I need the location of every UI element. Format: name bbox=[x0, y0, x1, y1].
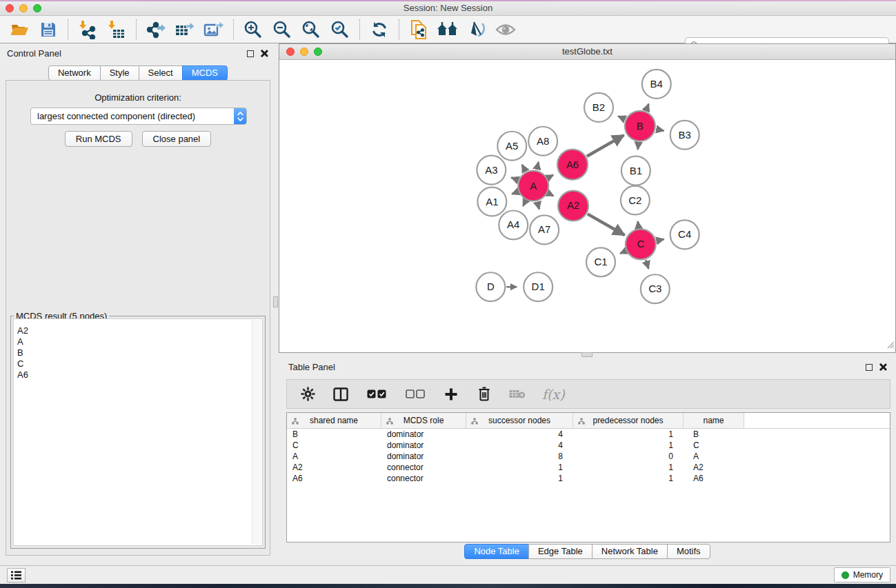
tab-network[interactable]: Network bbox=[48, 65, 101, 81]
column-header-name[interactable]: name bbox=[684, 413, 744, 428]
import-network-icon[interactable] bbox=[77, 19, 99, 40]
tab-node-table[interactable]: Node Table bbox=[464, 544, 529, 559]
zoom-view-button[interactable] bbox=[314, 48, 322, 56]
graph-node-A8[interactable]: A8 bbox=[528, 127, 557, 156]
zoom-window-button[interactable] bbox=[33, 4, 41, 12]
graph-edge-A-A8[interactable] bbox=[537, 162, 538, 170]
scrollbar-track[interactable] bbox=[252, 320, 261, 545]
graph-node-B1[interactable]: B1 bbox=[621, 156, 650, 185]
select-all-checkboxes-icon[interactable] bbox=[366, 386, 388, 403]
graph-node-B4[interactable]: B4 bbox=[642, 70, 671, 99]
graph-node-A7[interactable]: A7 bbox=[530, 215, 559, 244]
tab-network-table[interactable]: Network Table bbox=[592, 544, 668, 559]
graph-edge-C-C3[interactable] bbox=[646, 260, 648, 269]
table-row[interactable]: Bdominator41B bbox=[287, 429, 890, 440]
graph-edge-A6-B[interactable] bbox=[587, 135, 624, 156]
close-panel-icon[interactable] bbox=[879, 363, 886, 371]
table-row[interactable]: Cdominator41C bbox=[287, 440, 890, 451]
tab-select[interactable]: Select bbox=[139, 65, 183, 81]
tab-edge-table[interactable]: Edge Table bbox=[528, 544, 593, 559]
graph-edge-B-B3[interactable] bbox=[656, 129, 664, 130]
zoom-fit-icon[interactable] bbox=[300, 19, 322, 40]
minimize-view-button[interactable] bbox=[300, 48, 308, 56]
criterion-dropdown[interactable]: largest connected component (directed) bbox=[30, 108, 247, 125]
graph-node-C1[interactable]: C1 bbox=[586, 247, 615, 276]
column-header-MCDS-role[interactable]: MCDS role bbox=[381, 413, 466, 428]
task-history-button[interactable] bbox=[7, 568, 26, 582]
table-row[interactable]: A6connector11A6 bbox=[287, 473, 890, 484]
graph-node-A[interactable]: A bbox=[518, 171, 548, 201]
zoom-selected-icon[interactable] bbox=[329, 19, 351, 40]
settings-gear-icon[interactable] bbox=[299, 386, 316, 403]
graph-edge-C-C1[interactable] bbox=[620, 251, 626, 253]
graph-node-D[interactable]: D bbox=[476, 272, 505, 301]
tab-mcds[interactable]: MCDS bbox=[182, 65, 228, 81]
graph-edge-A2-C[interactable] bbox=[588, 214, 625, 235]
vertical-splitter-handle[interactable] bbox=[273, 296, 278, 307]
table-row[interactable]: A2connector11A2 bbox=[287, 462, 890, 473]
close-panel-icon[interactable] bbox=[260, 50, 268, 57]
graph-edge-A-A1[interactable] bbox=[512, 192, 518, 194]
network-from-clipboard-icon[interactable] bbox=[408, 19, 430, 40]
close-panel-button[interactable]: Close panel bbox=[142, 131, 212, 147]
column-header-successor-nodes[interactable]: successor nodes bbox=[466, 413, 573, 428]
graph-edge-C-C4[interactable] bbox=[657, 239, 664, 241]
list-item[interactable]: A bbox=[14, 336, 262, 347]
column-header-predecessor-nodes[interactable]: predecessor nodes bbox=[573, 413, 684, 428]
graph-edge-A-A7[interactable] bbox=[537, 202, 539, 210]
open-file-icon[interactable] bbox=[8, 19, 30, 40]
horizontal-splitter-handle[interactable] bbox=[581, 352, 593, 357]
graph-node-C2[interactable]: C2 bbox=[621, 186, 650, 215]
graph-node-B3[interactable]: B3 bbox=[670, 121, 699, 150]
graph-node-D1[interactable]: D1 bbox=[524, 272, 552, 301]
list-item[interactable]: A2 bbox=[14, 325, 262, 336]
graph-node-A3[interactable]: A3 bbox=[477, 156, 506, 185]
graph-node-A4[interactable]: A4 bbox=[499, 210, 528, 239]
graph-node-A1[interactable]: A1 bbox=[477, 187, 506, 216]
graph-edge-B-B1[interactable] bbox=[638, 143, 639, 150]
deselect-all-checkboxes-icon[interactable] bbox=[404, 386, 426, 403]
graph-node-C3[interactable]: C3 bbox=[641, 274, 670, 303]
export-network-icon[interactable] bbox=[145, 19, 167, 40]
column-header-shared-name[interactable]: shared name bbox=[287, 413, 381, 428]
graph-edge-A-A6[interactable] bbox=[548, 175, 553, 178]
run-mcds-button[interactable]: Run MCDS bbox=[65, 131, 132, 147]
graph-node-C[interactable]: C bbox=[626, 229, 656, 259]
tab-style[interactable]: Style bbox=[100, 65, 139, 81]
graph-edge-A-A4[interactable] bbox=[523, 201, 526, 206]
annotation-pen-icon[interactable] bbox=[466, 19, 488, 40]
graph-node-B2[interactable]: B2 bbox=[584, 93, 613, 122]
graph-node-A5[interactable]: A5 bbox=[497, 132, 526, 161]
minimize-window-button[interactable] bbox=[19, 4, 28, 12]
zoom-in-icon[interactable] bbox=[242, 19, 264, 40]
tab-motifs[interactable]: Motifs bbox=[667, 544, 710, 559]
graph-node-A6[interactable]: A6 bbox=[557, 150, 588, 180]
graph-edge-B-B2[interactable] bbox=[618, 116, 625, 119]
graph-edge-A-A2[interactable] bbox=[548, 193, 554, 196]
zoom-out-icon[interactable] bbox=[271, 19, 293, 40]
graph-node-A2[interactable]: A2 bbox=[558, 191, 588, 221]
list-item[interactable]: A6 bbox=[14, 369, 262, 381]
window-resize-grip[interactable] bbox=[885, 339, 895, 352]
toggle-columns-icon[interactable] bbox=[332, 386, 349, 403]
network-canvas[interactable]: B4B2BB3A5A8A6B1A3AA1C2A2A4A7C4CC1C3DD1 bbox=[279, 60, 895, 352]
graph-edge-B-B4[interactable] bbox=[646, 104, 649, 111]
graph-node-C4[interactable]: C4 bbox=[670, 220, 699, 249]
refresh-layout-icon[interactable] bbox=[368, 19, 390, 40]
table-row[interactable]: Adominator80A bbox=[287, 451, 890, 462]
close-window-button[interactable] bbox=[6, 4, 14, 12]
float-panel-icon[interactable] bbox=[866, 364, 873, 371]
graph-edge-A-A3[interactable] bbox=[511, 178, 518, 181]
export-table-icon[interactable] bbox=[174, 19, 196, 40]
list-item[interactable]: B bbox=[14, 347, 262, 358]
graph-edge-C-C2[interactable] bbox=[638, 221, 639, 227]
list-item[interactable]: C bbox=[14, 358, 262, 369]
graph-edge-A-A5[interactable] bbox=[522, 165, 526, 171]
graph-node-B[interactable]: B bbox=[625, 111, 655, 141]
memory-button[interactable]: Memory bbox=[834, 567, 890, 582]
float-panel-icon[interactable] bbox=[247, 50, 254, 57]
save-session-icon[interactable] bbox=[37, 19, 59, 40]
delete-columns-icon[interactable] bbox=[476, 386, 492, 403]
add-column-icon[interactable] bbox=[443, 386, 459, 403]
export-image-icon[interactable] bbox=[203, 19, 225, 40]
